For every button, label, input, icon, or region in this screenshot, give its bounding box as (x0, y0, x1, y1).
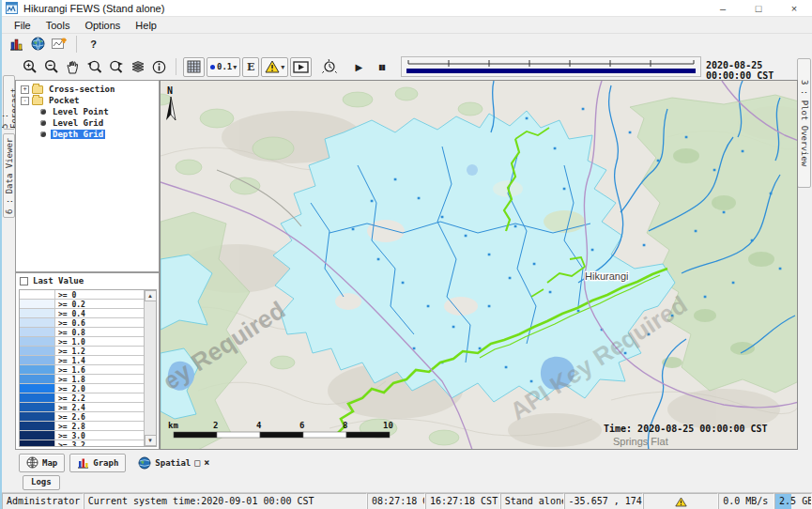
time-slider-bar (406, 69, 696, 73)
tree-row: Level Grid (16, 117, 159, 129)
zoom-in-button[interactable] (19, 57, 40, 77)
legend-row: >= 1.4 (20, 356, 144, 365)
help-button[interactable]: ? (83, 34, 104, 54)
pan-hand-button[interactable] (62, 57, 84, 77)
tree-row: - Pocket (16, 95, 159, 106)
map-display-button[interactable] (27, 34, 49, 54)
map-canvas[interactable]: ey Required API Key Required N km 2 4 6 … (160, 80, 798, 450)
svg-text:N: N (167, 85, 173, 96)
legend-scrollbar[interactable]: ▲ ▼ (144, 290, 156, 446)
status-warning-cell[interactable] (643, 493, 718, 509)
bottom-tab-bar: Map Graph Spatial □ × (2, 450, 812, 475)
legend-swatch (20, 300, 55, 308)
status-system-time: Current system time:2020-09-01 00:00 CST (84, 493, 367, 509)
info-button[interactable] (148, 57, 170, 77)
last-value-label: Last Value (33, 276, 84, 285)
legend-header: Last Value (16, 273, 159, 288)
time-slider[interactable] (401, 56, 701, 77)
title-bar: Hikurangi FEWS (Stand alone) – □ × (2, 0, 812, 17)
node-bullet-icon (40, 109, 46, 115)
legend-swatch (20, 337, 55, 346)
node-bullet-icon (40, 120, 46, 126)
expand-icon[interactable]: + (21, 85, 29, 94)
folder-icon (32, 85, 43, 94)
map-toolbar: 0.1 ▾ E ▾ ▶ ▮▮ ■ ▮◀ ▶▮ ● 2020-08-25 00:0… (2, 54, 796, 80)
layers-button[interactable] (127, 57, 148, 77)
panel-maximize-icon[interactable]: □ (194, 457, 200, 468)
tab-spatial[interactable]: Spatial □ × (130, 454, 217, 472)
play-button[interactable]: ▶ (347, 57, 370, 77)
current-time-label: 2020-08-25 00:00:00 CST (706, 60, 796, 81)
legend-swatch (20, 393, 55, 402)
tab-graph[interactable]: Graph (69, 454, 126, 472)
animation-speed-icon[interactable] (318, 57, 340, 77)
minimize-button[interactable]: – (705, 0, 741, 17)
svg-text:6: 6 (299, 421, 304, 430)
menu-file[interactable]: File (7, 18, 38, 33)
zoom-out-button[interactable] (40, 57, 62, 77)
maximize-button[interactable]: □ (741, 0, 776, 17)
panel-close-icon[interactable]: × (204, 457, 209, 468)
last-value-checkbox[interactable] (20, 277, 28, 285)
animation-dialog-button[interactable] (290, 57, 312, 77)
timeseries-dialog-button[interactable] (49, 34, 70, 54)
forecast-chart-button[interactable] (6, 34, 27, 54)
scroll-down-icon[interactable]: ▼ (145, 435, 157, 446)
warning-icon (265, 60, 280, 73)
grid-interval-dropdown[interactable]: 0.1 ▾ (207, 57, 240, 77)
legend-row: >= 0.4 (20, 309, 144, 318)
legend-row: >= 3.0 (20, 431, 144, 440)
status-user: Administrator (2, 493, 84, 509)
warning-icon (675, 497, 687, 507)
globe-icon (26, 456, 38, 469)
tab-plot-overview[interactable]: 3 : Plot Overview (797, 58, 811, 188)
legend-swatch (20, 412, 55, 421)
labels-toggle-button[interactable]: E (242, 57, 259, 77)
tree-item-pocket[interactable]: Pocket (47, 96, 82, 105)
legend-swatch (20, 309, 55, 317)
legend-swatch (20, 440, 55, 447)
window-title: Hikurangi FEWS (Stand alone) (23, 3, 164, 14)
tab-data-viewer[interactable]: 6 : Data Viewer (3, 133, 15, 218)
zoom-previous-button[interactable] (84, 57, 105, 77)
legend-row: >= 2.2 (20, 393, 144, 403)
tab-map[interactable]: Map (19, 454, 65, 472)
tree-item-level-point[interactable]: Level Point (51, 107, 111, 116)
menu-options[interactable]: Options (77, 18, 128, 33)
main-toolbar: ? (2, 34, 812, 54)
svg-text:2: 2 (213, 421, 218, 430)
toolbar-separator (176, 58, 176, 75)
menu-tools[interactable]: Tools (38, 18, 78, 33)
scroll-up-icon[interactable]: ▲ (145, 290, 157, 301)
legend-row: >= 2.0 (20, 384, 144, 393)
legend-row: >= 3.2 (20, 440, 144, 447)
grid-display-button[interactable] (183, 57, 205, 77)
menu-help[interactable]: Help (128, 18, 164, 33)
tree-item-cross-section[interactable]: Cross-section (47, 85, 116, 94)
tree-row: Level Point (16, 106, 159, 117)
logs-button[interactable]: Logs (23, 475, 60, 490)
tree-item-level-grid[interactable]: Level Grid (51, 118, 105, 128)
collapse-icon[interactable]: - (21, 97, 29, 105)
thresholds-dropdown[interactable]: ▾ (261, 57, 288, 77)
legend-swatch (20, 384, 55, 393)
tab-forecast[interactable]: 5 : Forecast (3, 75, 15, 130)
legend-row: >= 1.6 (20, 365, 144, 375)
status-download-speed: 0.0 MB/s (718, 493, 774, 509)
legend-swatch (20, 328, 55, 336)
svg-text:4: 4 (256, 421, 262, 430)
tree-item-depth-grid[interactable]: Depth Grid (51, 130, 105, 139)
pause-button[interactable]: ▮▮ (370, 57, 392, 77)
legend-panel: Last Value >= 0 >= 0.2 >= 0.4 >= 0.6 >= … (15, 272, 160, 450)
zoom-next-button[interactable] (105, 57, 127, 77)
tree-row: Depth Grid (16, 129, 159, 140)
close-button[interactable]: × (776, 0, 812, 17)
legend-swatch (20, 422, 55, 430)
legend-swatch (20, 347, 55, 355)
svg-text:km: km (168, 421, 178, 430)
logs-row: Logs (2, 475, 812, 492)
app-icon (6, 2, 18, 14)
node-bullet-icon (40, 131, 46, 137)
legend-swatch (20, 431, 55, 440)
status-memory: 2.5 GB (774, 493, 812, 509)
